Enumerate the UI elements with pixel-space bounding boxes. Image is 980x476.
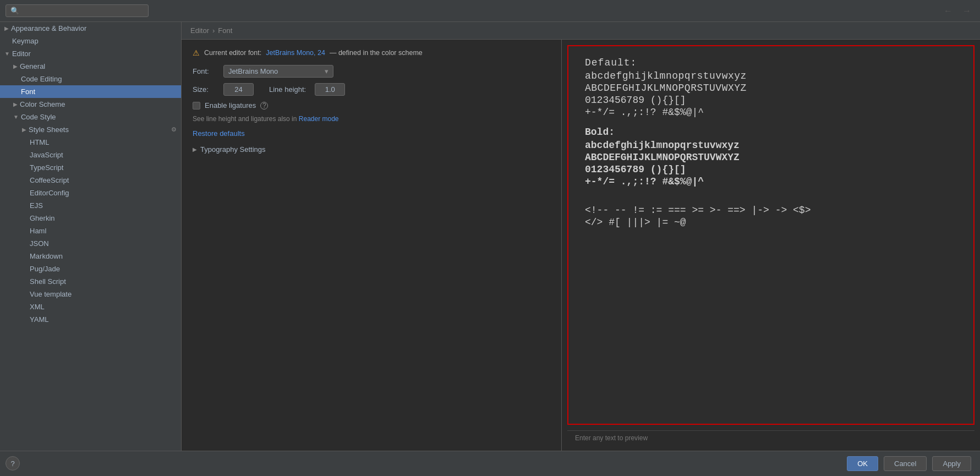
sidebar-item-javascript[interactable]: JavaScript bbox=[0, 149, 181, 161]
sidebar-item-general[interactable]: ▶General bbox=[0, 60, 181, 73]
ligatures-row: Enable ligatures ? bbox=[193, 101, 550, 110]
cancel-button[interactable]: Cancel bbox=[884, 456, 927, 471]
nav-arrows: ← → bbox=[940, 5, 974, 17]
preview-ligatures1: <!-- -- != := === >= >- ==> |-> -> <$> bbox=[585, 205, 957, 216]
sidebar-label-typescript: TypeScript bbox=[30, 163, 63, 172]
breadcrumb-editor[interactable]: Editor bbox=[190, 26, 209, 35]
sidebar-item-typescript[interactable]: TypeScript bbox=[0, 161, 181, 174]
main: ▶Appearance & BehaviorKeymap▼Editor▶Gene… bbox=[0, 22, 980, 451]
sidebar-item-editor[interactable]: ▼Editor bbox=[0, 47, 181, 60]
sidebar-arrow-style-sheets: ▶ bbox=[22, 127, 26, 133]
forward-arrow[interactable]: → bbox=[959, 5, 974, 17]
warning-text-after: — defined in the color scheme bbox=[330, 49, 423, 57]
sidebar-arrow-general: ▶ bbox=[13, 63, 18, 69]
sidebar-label-editorconfig: EditorConfig bbox=[30, 189, 69, 197]
ok-button[interactable]: OK bbox=[847, 456, 878, 471]
sidebar-item-yaml[interactable]: YAML bbox=[0, 313, 181, 326]
sidebar-label-code-style: Code Style bbox=[21, 113, 56, 121]
sidebar-label-color-scheme: Color Scheme bbox=[20, 100, 65, 108]
line-height-input[interactable] bbox=[315, 83, 345, 96]
preview-nums: 0123456789 (){}[] bbox=[585, 95, 957, 106]
font-select[interactable]: JetBrains Mono ▾ bbox=[223, 65, 333, 78]
sidebar-item-font[interactable]: Font bbox=[0, 85, 181, 98]
sidebar-item-haml[interactable]: Haml bbox=[0, 225, 181, 237]
preview-bold-label: Bold: bbox=[585, 127, 957, 138]
sidebar-label-code-editing: Code Editing bbox=[21, 75, 62, 83]
sidebar-label-coffeescript: CoffeeScript bbox=[30, 176, 69, 184]
settings-panel: ⚠ Current editor font: JetBrains Mono, 2… bbox=[182, 40, 561, 451]
sidebar-label-pug-jade: Pug/Jade bbox=[30, 265, 60, 273]
top-bar-left: 🔍 bbox=[6, 4, 149, 17]
settings-gear-icon: ⚙ bbox=[171, 126, 177, 133]
sidebar-label-shell-script: Shell Script bbox=[30, 277, 66, 286]
sidebar-item-appearance-behavior[interactable]: ▶Appearance & Behavior bbox=[0, 22, 181, 35]
reader-mode-text: See line height and ligatures also in Re… bbox=[193, 115, 550, 123]
sidebar-item-markdown[interactable]: Markdown bbox=[0, 250, 181, 262]
bottom-bar: OK Cancel Apply bbox=[0, 451, 980, 476]
preview-bold-syms: +-*/= .,;:!? #&$%@|^ bbox=[585, 176, 957, 187]
line-height-label: Line height: bbox=[269, 85, 306, 94]
ligatures-checkbox[interactable] bbox=[193, 102, 200, 110]
font-value: JetBrains Mono bbox=[228, 67, 278, 75]
warning-icon: ⚠ bbox=[193, 48, 200, 57]
back-arrow[interactable]: ← bbox=[940, 5, 956, 17]
search-input[interactable] bbox=[23, 7, 144, 15]
sidebar-item-pug-jade[interactable]: Pug/Jade bbox=[0, 262, 181, 275]
search-icon: 🔍 bbox=[10, 7, 19, 15]
sidebar-item-ejs[interactable]: EJS bbox=[0, 199, 181, 212]
sidebar-item-code-style[interactable]: ▼Code Style bbox=[0, 111, 181, 123]
sidebar-arrow-code-style: ▼ bbox=[13, 114, 19, 120]
sidebar-item-editorconfig[interactable]: EditorConfig bbox=[0, 187, 181, 199]
sidebar-label-markdown: Markdown bbox=[30, 252, 63, 260]
search-box[interactable]: 🔍 bbox=[6, 4, 149, 17]
sidebar-label-json: JSON bbox=[30, 239, 49, 248]
preview-bold-upper: ABCDEFGHIJKLMNOPQRSTUVWXYZ bbox=[585, 152, 957, 163]
sidebar-item-keymap[interactable]: Keymap bbox=[0, 35, 181, 47]
preview-bold-lower: abcdefghijklmnopqrstuvwxyz bbox=[585, 140, 957, 151]
restore-defaults-link[interactable]: Restore defaults bbox=[193, 129, 550, 138]
main-content-area: ⚠ Current editor font: JetBrains Mono, 2… bbox=[182, 40, 980, 451]
apply-button[interactable]: Apply bbox=[932, 456, 971, 471]
typography-settings-header[interactable]: ▶ Typography Settings bbox=[193, 145, 550, 154]
preview-default-label: Default: bbox=[585, 57, 957, 68]
size-label: Size: bbox=[193, 85, 215, 94]
help-button[interactable]: ? bbox=[6, 456, 20, 470]
content-inner: ⚠ Current editor font: JetBrains Mono, 2… bbox=[182, 40, 561, 451]
sidebar-label-ejs: EJS bbox=[30, 201, 43, 210]
warning-font-name[interactable]: JetBrains Mono, 24 bbox=[266, 49, 325, 57]
sidebar-label-font: Font bbox=[21, 87, 35, 96]
preview-ligatures2: </> #[ |||> |= ~@ bbox=[585, 217, 957, 228]
sidebar-item-shell-script[interactable]: Shell Script bbox=[0, 275, 181, 288]
ligatures-help-icon[interactable]: ? bbox=[260, 102, 268, 110]
sidebar-label-xml: XML bbox=[30, 303, 45, 311]
preview-upper: ABCDEFGHIJKLMNOPQRSTUVWXYZ bbox=[585, 83, 957, 94]
sidebar-label-haml: Haml bbox=[30, 227, 46, 235]
sidebar-item-json[interactable]: JSON bbox=[0, 237, 181, 250]
sidebar-label-style-sheets: Style Sheets bbox=[29, 125, 69, 134]
size-settings-row: Size: Line height: bbox=[193, 83, 550, 96]
sidebar-item-html[interactable]: HTML bbox=[0, 136, 181, 149]
sidebar-item-vue-template[interactable]: Vue template bbox=[0, 288, 181, 300]
preview-box: Default: abcdefghijklmnopqrstuvwxyz ABCD… bbox=[567, 45, 974, 425]
reader-mode-link[interactable]: Reader mode bbox=[299, 115, 339, 123]
sidebar-label-yaml: YAML bbox=[30, 315, 48, 324]
typography-label: Typography Settings bbox=[200, 145, 266, 154]
sidebar-item-style-sheets[interactable]: ▶Style Sheets⚙ bbox=[0, 123, 181, 136]
breadcrumb-separator: › bbox=[212, 26, 215, 35]
sidebar-label-appearance-behavior: Appearance & Behavior bbox=[11, 24, 86, 32]
typography-arrow: ▶ bbox=[193, 146, 197, 152]
sidebar-item-gherkin[interactable]: Gherkin bbox=[0, 212, 181, 225]
top-bar: 🔍 ← → bbox=[0, 0, 980, 22]
sidebar-item-code-editing[interactable]: Code Editing bbox=[0, 73, 181, 85]
sidebar-item-xml[interactable]: XML bbox=[0, 300, 181, 313]
preview-input-bar: Enter any text to preview bbox=[567, 430, 974, 445]
preview-syms: +-*/= .,;:!? #&$%@|^ bbox=[585, 107, 957, 118]
sidebar-arrow-appearance-behavior: ▶ bbox=[4, 25, 9, 31]
size-input[interactable] bbox=[223, 83, 254, 96]
breadcrumb-font: Font bbox=[218, 26, 232, 35]
font-select-arrow: ▾ bbox=[325, 67, 329, 75]
sidebar-item-color-scheme[interactable]: ▶Color Scheme bbox=[0, 98, 181, 111]
preview-input-placeholder: Enter any text to preview bbox=[575, 434, 648, 442]
sidebar-item-coffeescript[interactable]: CoffeeScript bbox=[0, 174, 181, 187]
preview-area: Default: abcdefghijklmnopqrstuvwxyz ABCD… bbox=[561, 40, 980, 451]
